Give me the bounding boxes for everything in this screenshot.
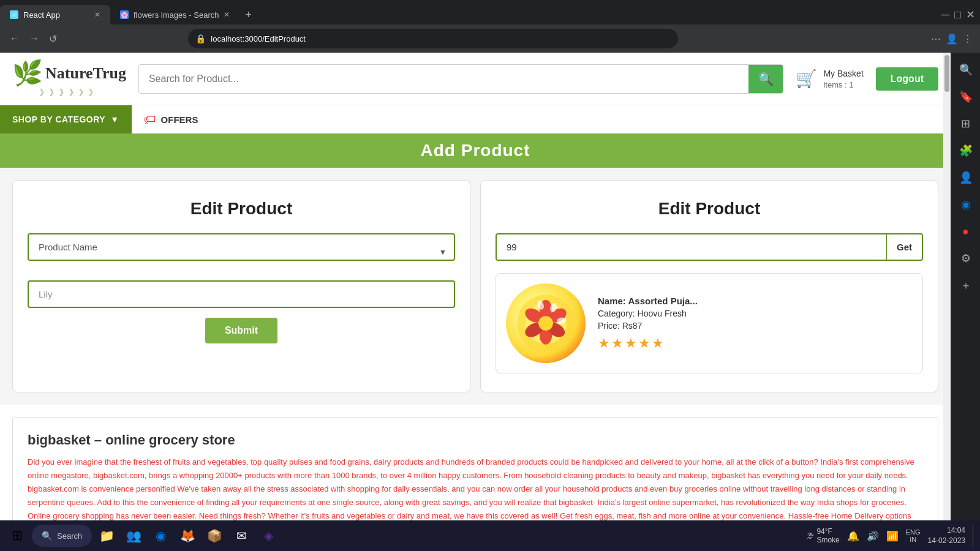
get-button[interactable]: Get [886,234,922,260]
id-input-row: Get [496,233,923,261]
logo-area: 🌿 NatureTrug 》》》》》》 [12,59,126,99]
tab-title-flowers: flowers images - Search [134,10,219,20]
notification-icon[interactable]: 🔔 [847,530,859,542]
site-header: 🌿 NatureTrug 》》》》》》 🔍 🛒 My Basket items … [0,53,951,105]
edge-icon[interactable]: ◉ [954,192,978,217]
scrollbar[interactable] [943,53,951,520]
wifi-icon[interactable]: 📶 [886,530,899,542]
offers-area: 🏷 OFFERS [132,105,951,133]
product-name-display: Name: Assorted Puja... [598,296,913,306]
product-id-input[interactable] [497,234,886,260]
offers-label: OFFERS [161,114,198,125]
tag-icon: 🏷 [144,113,156,127]
taskbar-clock: 14:04 14-02-2023 [928,525,965,546]
product-name-input[interactable] [28,280,455,308]
taskbar-search-icon: 🔍 [42,531,52,541]
maximize-button[interactable]: □ [954,9,961,21]
search-input[interactable] [139,73,749,84]
product-name-select[interactable]: Product Name [28,233,455,261]
shop-category-label: SHOP BY CATEGORY [12,114,105,124]
red-icon[interactable]: ● [954,219,978,244]
taskbar-apps[interactable]: 📦 [202,523,227,548]
basket-info: My Basket items : 1 [823,68,863,89]
search-sidebar-icon[interactable]: 🔍 [954,58,978,82]
product-stars: ★★★★★ [598,335,913,351]
back-button[interactable]: ← [7,31,22,47]
app-content: 🌿 NatureTrug 》》》》》》 🔍 🛒 My Basket items … [0,53,951,551]
browser-actions: ⋯ 👤 ⋮ [931,33,973,45]
shop-by-category-button[interactable]: SHOP BY CATEGORY ▼ [0,105,132,133]
tab-flowers[interactable]: 🌸 flowers images - Search ✕ [110,5,239,24]
product-price: Price: Rs87 [598,321,913,331]
close-button[interactable]: ✕ [966,8,975,21]
logout-button[interactable]: Logout [876,67,938,91]
reload-button[interactable]: ↺ [47,31,59,47]
tab-bar: ⚛ React App ✕ 🌸 flowers images - Search … [0,0,980,24]
taskbar-teams[interactable]: 👥 [121,523,146,548]
taskbar-time-display: 14:04 [928,525,965,536]
basket-icon: 🛒 [796,69,817,89]
weather-icon: 🌫 [807,531,814,540]
lock-icon: 🔒 [195,34,206,43]
taskbar-edge[interactable]: ◉ [148,523,173,548]
url-display: localhost:3000/EditProduct [211,34,306,43]
url-box[interactable]: 🔒 localhost:3000/EditProduct [188,29,678,48]
extensions-icon[interactable]: ⋯ [931,33,941,45]
volume-icon[interactable]: 🔊 [867,530,879,542]
windows-icon: ⊞ [12,528,23,544]
taskbar-vs[interactable]: ◈ [256,523,281,548]
chevron-down-icon: ▼ [110,114,119,124]
footer-title: bigbasket – online grocery store [28,432,923,448]
taskbar-search[interactable]: 🔍 Search [32,525,92,547]
bookmark-icon[interactable]: 🔖 [954,84,978,109]
puzzle-icon[interactable]: 🧩 [954,138,978,163]
minimize-button[interactable]: ─ [941,9,949,21]
profile-sidebar-icon[interactable]: 👤 [954,165,978,190]
add-product-banner: Add Product [0,133,951,168]
svg-point-8 [538,316,553,331]
taskbar-search-label: Search [57,531,82,541]
taskbar: ⊞ 🔍 Search 📁 👥 ◉ 🦊 📦 ✉ ◈ 🌫 94°F Smoke 🔔 … [0,520,980,551]
taskbar-firefox[interactable]: 🦊 [175,523,200,548]
taskbar-date-display: 14-02-2023 [928,536,965,546]
scroll-thumb[interactable] [944,55,949,92]
product-name-select-wrapper: Product Name [28,233,455,271]
submit-button[interactable]: Submit [205,318,277,343]
show-desktop-button[interactable] [973,525,975,547]
profile-browser-icon[interactable]: 👤 [946,33,958,45]
edit-product-right-card: Edit Product Get [480,180,938,392]
taskbar-weather-detail: Smoke [816,536,839,544]
menu-icon[interactable]: ⋮ [963,33,973,45]
taskbar-weather: 🌫 94°F Smoke [807,527,839,544]
product-preview: Name: Assorted Puja... Category: Hoovu F… [496,273,923,373]
main-content: Edit Product Product Name Submit Edit Pr… [0,168,951,405]
product-image [506,283,586,363]
grid-icon[interactable]: ⊞ [954,111,978,136]
logo-decoration: 》》》》》》 [40,88,99,99]
tab-close-react[interactable]: ✕ [94,10,100,19]
edit-right-title: Edit Product [496,199,923,219]
start-button[interactable]: ⊞ [5,523,29,548]
settings-sidebar-icon[interactable]: ⚙ [954,246,978,271]
logo-leaf-icon: 🌿 [12,59,43,88]
tab-react-app[interactable]: ⚛ React App ✕ [0,5,110,24]
browser-sidebar: 🔍 🔖 ⊞ 🧩 👤 ◉ ● ⚙ ＋ [951,53,980,551]
taskbar-mail[interactable]: ✉ [229,523,254,548]
taskbar-file-explorer[interactable]: 📁 [94,523,119,548]
browser-chrome: ⚛ React App ✕ 🌸 flowers images - Search … [0,0,980,53]
tab-close-flowers[interactable]: ✕ [224,10,230,19]
new-tab-button[interactable]: + [239,6,257,23]
address-bar: ← → ↺ 🔒 localhost:3000/EditProduct ⋯ 👤 ⋮ [0,24,980,53]
taskbar-right: 🌫 94°F Smoke 🔔 🔊 📶 ENG IN 14:04 14-02-20… [807,525,975,547]
plus-sidebar-icon[interactable]: ＋ [954,273,978,298]
basket-items: items : 1 [823,80,863,89]
basket-area: 🛒 My Basket items : 1 [796,68,863,89]
flower-svg [512,290,579,357]
search-button[interactable]: 🔍 [748,64,783,94]
language-indicator: ENG IN [906,528,921,543]
taskbar-temperature: 94°F [816,527,839,536]
product-category: Category: Hoovu Fresh [598,309,913,318]
search-bar: 🔍 [138,64,784,94]
tab-favicon-flowers: 🌸 [120,10,129,19]
forward-button[interactable]: → [27,31,42,47]
